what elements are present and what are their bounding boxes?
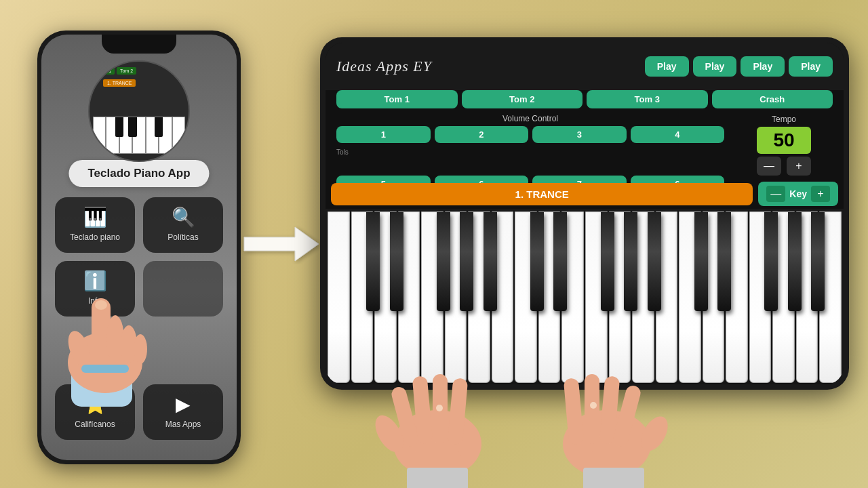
drum-row: Tom 1 Tom 2 Tom 3 Crash (326, 90, 844, 108)
key-control: — Key + (758, 182, 838, 206)
mini-piano-keys (93, 117, 185, 154)
volume-label: Volume Control (336, 114, 724, 123)
key-minus-btn[interactable]: — (766, 186, 785, 202)
key-plus-btn[interactable]: + (811, 186, 830, 202)
app-brand: Ideas Apps EY (336, 58, 638, 75)
crash-btn[interactable]: Crash (712, 90, 833, 108)
tablet-header: Ideas Apps EY Play Play Play Play (326, 43, 844, 90)
right-table (583, 468, 644, 488)
black-key-6[interactable] (484, 212, 497, 311)
phone-app-title: Teclado Piano App (68, 160, 209, 187)
black-key-9[interactable] (553, 212, 567, 311)
svg-point-24 (590, 402, 597, 409)
num-row-1: 1 2 3 4 (336, 126, 724, 143)
mas-apps-icon: ▶ (176, 395, 191, 414)
tom2-btn[interactable]: Tom 2 (462, 90, 583, 108)
black-key-16[interactable] (717, 212, 731, 311)
politicas-icon: 🔍 (172, 208, 195, 227)
politicas-label: Políticas (167, 232, 198, 242)
volume-section: Volume Control 1 2 3 4 Tols (331, 111, 730, 179)
bottom-bar: 1. TRANCE — Key + (326, 179, 844, 209)
play-btn-1[interactable]: Play (645, 56, 689, 77)
white-key-0[interactable] (328, 211, 350, 383)
black-key-11[interactable] (601, 212, 614, 311)
tools-label: Tols (336, 148, 724, 156)
svg-rect-20 (585, 374, 599, 444)
white-key-18[interactable] (749, 211, 772, 383)
key-label: Key (789, 188, 807, 199)
menu-item-teclado[interactable]: 🎹 Teclado piano (55, 197, 135, 253)
black-key-15[interactable] (694, 212, 708, 311)
svg-rect-8 (81, 365, 129, 373)
play-btn-2[interactable]: Play (693, 56, 737, 77)
calificanos-label: Califícanos (75, 420, 115, 429)
teclado-icon: 🎹 (83, 208, 107, 227)
black-key-4[interactable] (437, 212, 450, 311)
svg-point-5 (134, 334, 147, 364)
play-btn-3[interactable]: Play (741, 56, 785, 77)
trance-btn[interactable]: 1. TRANCE (331, 183, 753, 205)
tablet-right: Ideas Apps EY Play Play Play Play Tom 1 … (320, 37, 849, 390)
play-btn-4[interactable]: Play (789, 56, 833, 77)
teclado-label: Teclado piano (70, 232, 120, 242)
controls-area: Volume Control 1 2 3 4 Tols (326, 111, 844, 179)
tablet-inner: Ideas Apps EY Play Play Play Play Tom 1 … (326, 43, 844, 384)
mas-apps-label: Mas Apps (165, 420, 201, 429)
tempo-plus-btn[interactable]: + (787, 157, 811, 176)
num-btn-2[interactable]: 2 (435, 126, 529, 143)
pointing-hand (44, 258, 166, 407)
status-pill-1: Tom 1 (95, 67, 115, 75)
tempo-minus-btn[interactable]: — (757, 157, 781, 176)
status-pill-trance: 1. TRANCE (103, 79, 136, 87)
menu-item-politicas[interactable]: 🔍 Políticas (143, 197, 223, 253)
num-btn-3[interactable]: 3 (532, 126, 627, 143)
black-key-18[interactable] (764, 212, 778, 311)
black-key-2[interactable] (390, 212, 403, 311)
tempo-controls: — + (757, 157, 811, 176)
black-key-8[interactable] (530, 212, 544, 311)
num-btn-4[interactable]: 4 (631, 126, 725, 143)
black-key-1[interactable] (366, 212, 380, 311)
svg-point-7 (95, 300, 107, 310)
phone-notch (102, 35, 176, 54)
num-btn-1[interactable]: 1 (336, 126, 431, 143)
black-key-5[interactable] (460, 212, 473, 311)
tom3-btn[interactable]: Tom 3 (587, 90, 708, 108)
tempo-label: Tempo (772, 115, 796, 124)
status-pill-2: Tom 2 (117, 67, 136, 75)
tempo-section: Tempo 50 — + (730, 111, 838, 179)
play-buttons: Play Play Play Play (645, 56, 833, 77)
black-key-20[interactable] (811, 212, 825, 311)
phone-top-circle: Tom 1 Tom 2 1. TRANCE (88, 60, 190, 162)
svg-point-16 (436, 405, 443, 411)
black-key-19[interactable] (788, 212, 802, 311)
black-key-12[interactable] (624, 212, 637, 311)
black-key-13[interactable] (648, 212, 661, 311)
left-table (407, 468, 468, 488)
tom1-btn[interactable]: Tom 1 (336, 90, 458, 108)
tempo-display: 50 (757, 127, 811, 154)
arrow (237, 217, 326, 271)
